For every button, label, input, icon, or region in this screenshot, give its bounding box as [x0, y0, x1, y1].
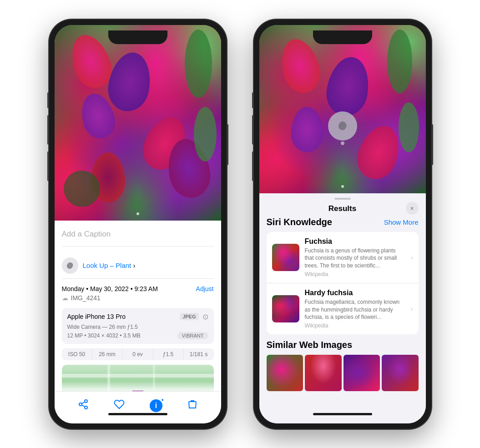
similar-image-4[interactable] — [382, 355, 419, 391]
phone2-content: Results × Siri Knowledge Show More Fuchs… — [259, 25, 426, 423]
knowledge-item-hardy[interactable]: Hardy fuchsia Fuchsia magellanica, commo… — [267, 283, 419, 334]
phone1-content: Add a Caption Look Up – Plant › Monday •… — [55, 25, 221, 423]
exif-shutter: 1/181 s — [184, 348, 214, 360]
knowledge-item-fuchsia[interactable]: Fuchsia Fuchsia is a genus of flowering … — [267, 232, 419, 283]
info-letter: i — [155, 402, 157, 410]
flower-dec — [291, 107, 323, 152]
results-body: Siri Knowledge Show More Fuchsia Fuchsia… — [259, 217, 426, 423]
info-area-1: Add a Caption Look Up – Plant › Monday •… — [55, 221, 221, 391]
volume-down-button — [47, 151, 49, 181]
leaf-decoration — [64, 171, 100, 207]
exif-row: ISO 50 26 mm 0 ev ƒ1.5 1/181 s — [62, 348, 214, 360]
location-icon: ⊙ — [202, 312, 208, 321]
date-text: Monday • May 30, 2022 • 9:23 AM — [62, 285, 158, 292]
share-button[interactable] — [78, 399, 89, 413]
map-thumbnail[interactable] — [62, 365, 214, 391]
similar-image-2[interactable] — [305, 355, 342, 391]
lookup-subject[interactable]: Plant — [116, 262, 131, 269]
home-indicator-2 — [313, 413, 372, 415]
flower-dec — [351, 120, 406, 185]
lookup-label: Look Up – — [83, 262, 114, 269]
phone-1: Add a Caption Look Up – Plant › Monday •… — [49, 20, 227, 429]
info-button[interactable]: i ✦ — [150, 399, 162, 412]
fuchsia-chevron-icon: › — [411, 254, 413, 261]
photo-area-1[interactable] — [55, 25, 221, 221]
lookup-text: Look Up – Plant › — [83, 262, 136, 269]
trash-icon — [187, 399, 197, 410]
heart-icon — [114, 399, 125, 410]
hardy-name: Hardy fuchsia — [305, 289, 405, 297]
leaf-dec — [399, 102, 419, 152]
adjust-button[interactable]: Adjust — [196, 285, 214, 292]
volume-down-button-2 — [252, 151, 254, 181]
page-indicator-dot — [136, 212, 139, 215]
leaf-dec — [387, 30, 412, 93]
favorite-button[interactable] — [114, 399, 125, 413]
fuchsia-info: Fuchsia Fuchsia is a genus of flowering … — [305, 237, 405, 277]
siri-dot — [341, 141, 344, 145]
camera-spec: Wide Camera — 26 mm ƒ1.5 — [67, 324, 208, 330]
filename-text: IMG_4241 — [71, 294, 101, 302]
map-road-v — [107, 365, 110, 391]
volume-up-button — [47, 115, 49, 145]
map-road-v2 — [153, 365, 155, 391]
lookup-icon-circle — [62, 257, 78, 274]
power-button — [227, 124, 228, 165]
results-title: Results — [328, 204, 356, 213]
knowledge-card: Fuchsia Fuchsia is a genus of flowering … — [267, 232, 419, 335]
siri-knowledge-title: Siri Knowledge — [267, 217, 332, 227]
phone-notch-1 — [108, 30, 167, 44]
device-name: Apple iPhone 13 Pro — [67, 313, 126, 320]
map-photo-thumb — [131, 391, 144, 391]
results-panel: Results × Siri Knowledge Show More Fuchs… — [259, 193, 426, 423]
mute-button-2 — [252, 92, 254, 108]
phone-2: Results × Siri Knowledge Show More Fuchs… — [254, 20, 431, 429]
exif-iso: ISO 50 — [62, 348, 92, 360]
flower-dec — [275, 35, 324, 97]
mute-button — [47, 92, 49, 108]
similar-image-3[interactable] — [344, 355, 380, 391]
hardy-info: Hardy fuchsia Fuchsia magellanica, commo… — [305, 289, 405, 329]
leaf-decoration — [194, 107, 217, 161]
fuchsia-thumbnail — [272, 244, 299, 271]
siri-leaf-icon — [336, 119, 349, 133]
jpeg-badge: JPEG — [180, 313, 198, 320]
siri-visual-search-bubble[interactable] — [328, 111, 357, 141]
device-card: Apple iPhone 13 Pro JPEG ⊙ Wide Camera —… — [62, 308, 214, 344]
lookup-row[interactable]: Look Up – Plant › — [62, 253, 214, 279]
phone-screen-1: Add a Caption Look Up – Plant › Monday •… — [55, 25, 221, 423]
flower-dec — [323, 54, 373, 119]
hardy-thumbnail — [272, 295, 299, 322]
date-row: Monday • May 30, 2022 • 9:23 AM Adjust — [62, 285, 214, 292]
power-button-2 — [431, 124, 433, 165]
exif-aperture: ƒ1.5 — [153, 348, 184, 360]
map-road-h — [62, 374, 214, 378]
caption-input[interactable]: Add a Caption — [62, 228, 214, 247]
siri-knowledge-header: Siri Knowledge Show More — [267, 217, 419, 227]
map-thumb-img — [131, 391, 144, 391]
similar-web-images-section: Similar Web Images — [267, 340, 419, 391]
leaf-icon — [66, 261, 75, 270]
device-badges: JPEG ⊙ — [180, 312, 208, 321]
hardy-chevron-icon: › — [411, 305, 413, 312]
sparkle-icon: ✦ — [161, 398, 164, 403]
delete-button[interactable] — [187, 399, 197, 413]
fuchsia-description: Fuchsia is a genus of flowering plants t… — [305, 247, 405, 270]
fuchsia-source: Wikipedia — [305, 271, 405, 277]
similar-image-1[interactable] — [267, 355, 303, 391]
volume-up-button-2 — [252, 115, 254, 145]
home-indicator-1 — [108, 413, 167, 415]
share-icon — [78, 399, 89, 410]
hardy-source: Wikipedia — [305, 322, 405, 329]
show-more-button[interactable]: Show More — [384, 218, 419, 226]
photo-area-2[interactable] — [259, 25, 426, 193]
flower-photo-1 — [55, 25, 221, 221]
vibrant-badge: VIBRANT — [177, 332, 208, 339]
phone-notch-2 — [313, 30, 372, 44]
flower-photo-2 — [259, 25, 426, 193]
similar-title: Similar Web Images — [267, 340, 419, 350]
fuchsia-name: Fuchsia — [305, 237, 405, 246]
toolbar-1: i ✦ — [55, 391, 221, 423]
exif-ev: 0 ev — [123, 348, 153, 360]
close-button[interactable]: × — [406, 202, 419, 215]
